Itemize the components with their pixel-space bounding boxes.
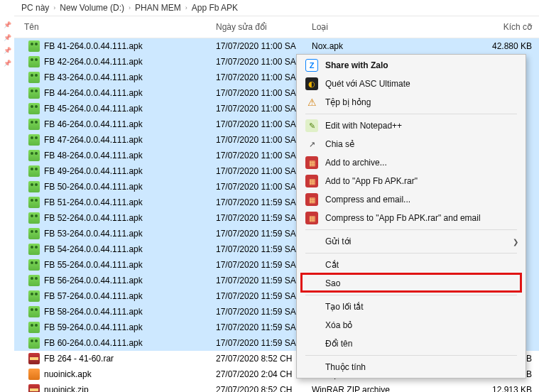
file-date: 17/07/2020 11:00 SA [206,41,302,51]
menu-item[interactable]: Đổi tên [297,334,526,353]
menu-item-label: Compress and email... [325,195,410,205]
rar-file-icon [28,353,40,364]
file-name: FB 47-264.0.0.44.111.apk [44,135,143,145]
menu-item[interactable]: Chia sẻ [297,135,526,153]
file-date: 17/07/2020 11:00 SA [206,104,302,114]
file-name: FB 49-264.0.0.44.111.apk [44,166,143,176]
chevron-right-icon: › [53,4,55,11]
file-name: FB 57-264.0.0.44.111.apk [44,291,143,301]
none-icon [305,235,318,248]
file-name: FB 50-264.0.0.44.111.apk [44,182,143,192]
file-type: Nox.apk [302,41,444,51]
apk-file-icon [28,150,40,161]
menu-item-label: Share with Zalo [325,60,388,70]
apk-file-icon [28,72,40,83]
menu-item-label: Tệp bị hỏng [325,97,371,107]
rar1-icon [305,175,318,187]
menu-item[interactable]: Tạo lối tắt [297,298,526,316]
file-date: 17/07/2020 11:59 SA [206,213,302,223]
file-name: FB 46-264.0.0.44.111.apk [44,119,143,129]
none-icon [305,258,318,271]
menu-item[interactable]: Cắt [297,256,526,274]
column-header-date[interactable]: Ngày sửa đổi [206,16,302,38]
rar-file-icon [28,384,40,392]
pinned-gutter [0,16,14,392]
share-icon [305,138,318,151]
menu-item[interactable]: Edit with Notepad++ [297,116,526,135]
menu-item-label: Add to archive... [325,158,387,168]
file-row[interactable]: nuoinick.zip27/07/2020 8:52 CHWinRAR ZIP… [14,382,539,392]
apk-file-icon [28,40,40,52]
menu-item-label: Cắt [325,260,339,270]
menu-item-label: Sao [325,278,340,288]
none-icon [305,300,318,313]
menu-item[interactable]: Gửi tới❯ [297,232,526,251]
file-date: 27/07/2020 8:52 CH [206,385,302,392]
menu-item[interactable]: Add to "App Fb APK.rar" [297,172,526,190]
file-date: 17/07/2020 11:59 SA [206,229,302,239]
menu-item-label: Add to "App Fb APK.rar" [325,176,418,186]
breadcrumb-segment[interactable]: PC này [21,3,49,13]
npp-icon [305,119,318,132]
none-icon [305,277,318,290]
file-date: 17/07/2020 11:59 SA [206,307,302,317]
menu-item[interactable]: Add to archive... [297,153,526,172]
apk-file-icon [28,228,40,239]
menu-item[interactable]: Thuộc tính [297,358,526,376]
breadcrumb-segment[interactable]: New Volume (D:) [60,3,124,13]
breadcrumb-segment[interactable]: App Fb APK [192,3,238,13]
context-menu[interactable]: Share with ZaloQuét với ASC UltimateTệp … [296,54,526,379]
menu-item[interactable]: Sao [297,274,526,293]
file-date: 17/07/2020 11:59 SA [206,291,302,301]
apk-file-icon [28,290,40,302]
apk-file-icon [28,244,40,255]
menu-item-label: Thuộc tính [325,362,366,372]
column-header-size[interactable]: Kích cỡ [444,16,539,38]
nox-file-icon [28,369,40,380]
menu-item[interactable]: Tệp bị hỏng [297,93,526,111]
file-date: 17/07/2020 11:00 SA [206,166,302,176]
file-name: FB 264 - 41-60.rar [44,354,114,364]
menu-item[interactable]: Compress to "App Fb APK.rar" and email [297,209,526,227]
file-name: nuoinick.apk [44,369,92,379]
file-name: FB 42-264.0.0.44.111.apk [44,57,143,67]
file-date: 17/07/2020 11:00 SA [206,151,302,160]
file-date: 17/07/2020 11:59 SA [206,276,302,285]
file-date: 17/07/2020 11:59 SA [206,244,302,254]
rar1-icon [305,212,318,224]
column-header-name[interactable]: Tên [14,16,206,38]
apk-file-icon [28,275,40,286]
menu-separator [305,295,517,295]
column-header-type[interactable]: Loại [302,16,444,38]
file-name: FB 59-264.0.0.44.111.apk [44,322,143,332]
file-name: FB 52-264.0.0.44.111.apk [44,213,143,223]
apk-file-icon [28,306,40,317]
pin-icon [4,60,11,67]
apk-file-icon [28,134,40,146]
menu-item-label: Chia sẻ [325,139,354,149]
menu-separator [305,253,517,254]
file-name: FB 45-264.0.0.44.111.apk [44,104,143,114]
file-date: 27/07/2020 2:04 CH [206,369,302,379]
file-name: FB 41-264.0.0.44.111.apk [44,41,143,51]
pin-icon [4,47,11,54]
chevron-right-icon: › [185,4,187,11]
apk-file-icon [28,56,40,67]
menu-item-label: Quét với ASC Ultimate [325,79,410,89]
apk-file-icon [28,197,40,208]
file-date: 17/07/2020 11:59 SA [206,338,302,348]
file-date: 17/07/2020 11:00 SA [206,182,302,192]
file-name: FB 55-264.0.0.44.111.apk [44,260,143,270]
menu-item[interactable]: Xóa bỏ [297,316,526,334]
apk-file-icon [28,212,40,224]
menu-item[interactable]: Quét với ASC Ultimate [297,75,526,93]
column-header-row: Tên Ngày sửa đổi Loại Kích cỡ [14,16,539,38]
menu-item[interactable]: Share with Zalo [297,56,526,75]
none-icon [305,319,318,332]
breadcrumb[interactable]: PC này›New Volume (D:)›PHAN MEM›App Fb A… [0,0,539,16]
apk-file-icon [28,181,40,192]
breadcrumb-segment[interactable]: PHAN MEM [135,3,181,13]
menu-item[interactable]: Compress and email... [297,190,526,209]
menu-separator [305,355,517,356]
file-row[interactable]: FB 41-264.0.0.44.111.apk17/07/2020 11:00… [14,38,539,54]
